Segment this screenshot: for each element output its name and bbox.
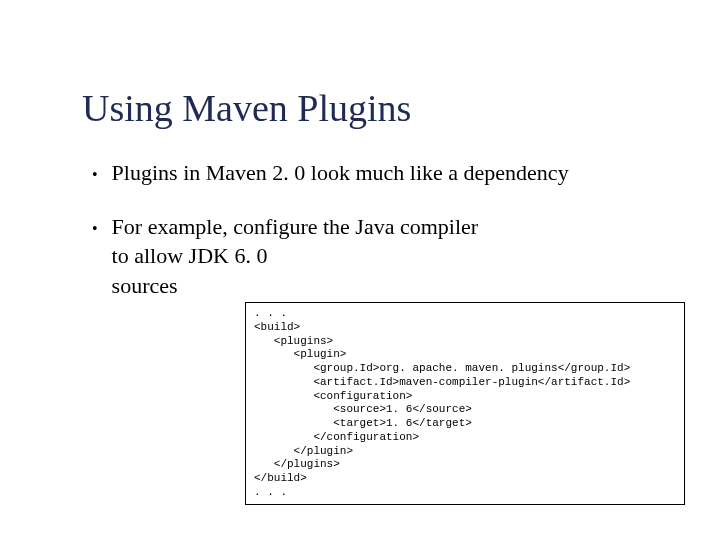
bullet-2-line1: For example, configure the Java compiler [112, 214, 479, 239]
bullet-list: • Plugins in Maven 2. 0 look much like a… [92, 158, 672, 301]
bullet-dot-icon: • [92, 164, 98, 186]
slide: Using Maven Plugins • Plugins in Maven 2… [0, 86, 720, 301]
slide-title: Using Maven Plugins [82, 86, 672, 130]
bullet-item-1: • Plugins in Maven 2. 0 look much like a… [92, 158, 672, 188]
code-example: . . . <build> <plugins> <plugin> <group.… [245, 302, 685, 505]
bullet-2-text: For example, configure the Java compiler… [112, 212, 479, 301]
bullet-item-2: • For example, configure the Java compil… [92, 212, 672, 301]
bullet-dot-icon: • [92, 218, 98, 240]
bullet-1-text: Plugins in Maven 2. 0 look much like a d… [112, 158, 569, 188]
bullet-2-rest: to allow JDK 6. 0 sources [112, 241, 272, 300]
